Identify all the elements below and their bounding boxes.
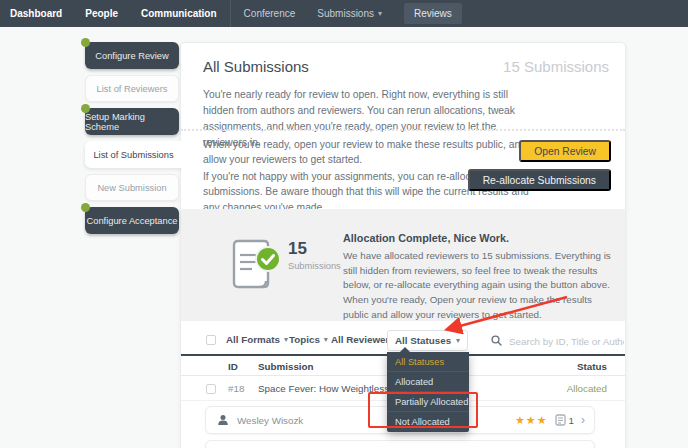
column-header-submission: Submission (258, 361, 314, 372)
reviewer-doc-count: 1 (569, 415, 574, 426)
menu-item-partially-allocated[interactable]: Partially Allocated (387, 392, 469, 412)
nav-item-dashboard[interactable]: Dashboard (10, 8, 62, 19)
chevron-down-icon: ▾ (324, 335, 328, 344)
chevron-down-icon: ▾ (284, 335, 288, 344)
sidebar-item-list-of-reviewers[interactable]: List of Reviewers (85, 75, 179, 102)
sidebar-item-label: List of Submissions (93, 150, 173, 160)
top-navbar: Dashboard People Communication Conferenc… (0, 0, 688, 27)
filter-label: All Statuses (395, 335, 451, 346)
step-complete-dot-icon (81, 38, 90, 47)
sidebar-item-label: Setup Marking Scheme (85, 112, 179, 132)
search-icon (491, 332, 502, 350)
chevron-right-icon: › (581, 413, 585, 427)
sidebar-item-label: List of Reviewers (97, 84, 168, 94)
column-header-id: ID (228, 361, 238, 372)
sidebar-item-label: New Submission (97, 183, 166, 193)
nav-item-conference[interactable]: Conference (244, 8, 296, 19)
sidebar-item-configure-review[interactable]: Configure Review (85, 42, 179, 69)
filter-all-formats[interactable]: All Formats ▾ (226, 334, 288, 345)
nav-item-submissions[interactable]: Submissions ▾ (317, 8, 382, 19)
assignment-icon (555, 414, 566, 426)
select-all-checkbox[interactable] (206, 335, 216, 345)
filter-label: Topics (289, 334, 320, 345)
app-window: Dashboard People Communication Conferenc… (0, 0, 688, 448)
row-checkbox[interactable] (206, 384, 216, 394)
submission-id: #18 (228, 383, 244, 394)
nav-item-people[interactable]: People (85, 8, 118, 19)
star-rating-icon: ★★★ (515, 414, 548, 427)
open-review-description: When you're ready, open your review to m… (203, 137, 533, 168)
step-complete-dot-icon (81, 203, 90, 212)
filter-label: All Reviewers (331, 334, 395, 345)
navbar-right-group: Conference Submissions ▾ Reviews (231, 3, 462, 24)
menu-item-allocated[interactable]: Allocated (387, 372, 469, 392)
status-badge: Allocated (567, 383, 607, 394)
sidebar-item-new-submission[interactable]: New Submission (85, 174, 179, 201)
allocation-count-number: 15 (288, 239, 341, 259)
chevron-down-icon: ▾ (456, 336, 460, 345)
sidebar-item-list-of-submissions[interactable]: List of Submissions (85, 141, 182, 168)
reviewer-meta: ★★★ 1 › (515, 413, 594, 427)
navbar-left-group: Dashboard People Communication (0, 8, 217, 19)
allocation-message: Allocation Complete, Nice Work. We have … (343, 232, 615, 322)
allocation-body: We have allocated reviewers to 15 submis… (343, 249, 615, 322)
status-dropdown-menu: All Statuses Allocated Partially Allocat… (387, 352, 469, 432)
menu-item-not-allocated[interactable]: Not Allocated (387, 412, 469, 432)
search-box (491, 332, 624, 350)
reviewer-name: Wesley Wisozk (237, 415, 303, 426)
nav-item-communication[interactable]: Communication (141, 8, 217, 19)
allocation-count: 15 Submissions (288, 239, 341, 271)
reallocate-submissions-button[interactable]: Re-allocate Submissions (468, 169, 611, 191)
allocation-complete-card: 15 Submissions Allocation Complete, Nice… (181, 209, 625, 321)
allocation-count-unit: Submissions (288, 261, 341, 271)
search-input[interactable] (509, 336, 624, 347)
nav-item-submissions-label: Submissions (317, 8, 374, 19)
allocation-heading: Allocation Complete, Nice Work. (343, 232, 615, 244)
column-header-status: Status (577, 361, 607, 372)
filter-topics[interactable]: Topics ▾ (289, 334, 328, 345)
sidebar-item-label: Configure Review (95, 51, 168, 61)
filter-label: All Formats (226, 334, 280, 345)
sidebar-item-setup-marking-scheme[interactable]: Setup Marking Scheme (85, 108, 179, 135)
nav-item-reviews[interactable]: Reviews (404, 3, 462, 24)
reviewer-row[interactable]: ★★★ › (205, 440, 595, 448)
dotted-divider (181, 129, 625, 131)
sidebar-item-configure-acceptance[interactable]: Configure Acceptance (85, 207, 179, 234)
step-complete-dot-icon (81, 104, 90, 113)
sidebar-item-label: Configure Acceptance (87, 216, 178, 226)
person-icon (217, 414, 229, 426)
submissions-count: 15 Submissions (503, 58, 609, 75)
open-review-button[interactable]: Open Review (519, 140, 611, 162)
allocation-count-chip: 1 (555, 414, 574, 426)
menu-item-all-statuses[interactable]: All Statuses (387, 352, 469, 372)
panel-header: All Submissions 15 Submissions (203, 58, 609, 75)
chevron-down-icon: ▾ (378, 9, 382, 18)
page-title: All Submissions (203, 58, 309, 75)
document-check-icon (226, 237, 284, 293)
